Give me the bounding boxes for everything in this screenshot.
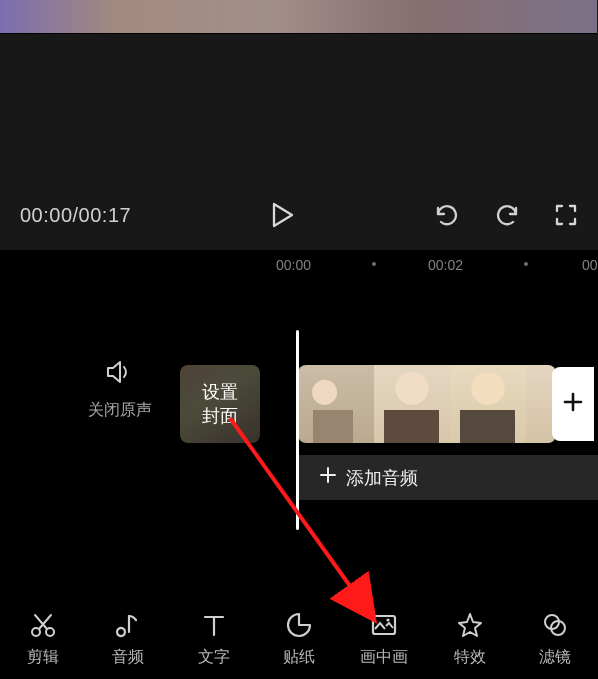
tool-label: 文字 <box>198 647 230 668</box>
cover-label: 设置 封面 <box>202 380 238 428</box>
video-preview[interactable]: 00:00/00:17 <box>0 0 598 250</box>
plus-icon <box>562 391 584 417</box>
time-ruler[interactable]: 00:00 00:02 00 <box>0 252 598 280</box>
tool-label: 音频 <box>112 647 144 668</box>
tool-edit[interactable]: 剪辑 <box>3 611 83 668</box>
ruler-tick: 00:00 <box>276 257 311 273</box>
tool-effects[interactable]: 特效 <box>430 611 510 668</box>
mute-original-audio-button[interactable]: 关闭原声 <box>88 360 152 421</box>
tool-label: 特效 <box>454 647 486 668</box>
tool-filter[interactable]: 滤镜 <box>515 611 595 668</box>
undo-icon[interactable] <box>434 204 460 226</box>
music-note-icon <box>114 611 142 639</box>
speaker-icon <box>106 370 134 387</box>
ruler-dot <box>372 262 376 266</box>
scissors-icon <box>29 611 57 639</box>
mute-label: 关闭原声 <box>88 400 152 421</box>
add-clip-button[interactable] <box>552 367 594 441</box>
video-clip-track[interactable] <box>298 365 556 443</box>
tool-audio[interactable]: 音频 <box>88 611 168 668</box>
sticker-icon <box>285 611 313 639</box>
add-audio-label: 添加音频 <box>346 466 418 490</box>
tool-sticker[interactable]: 贴纸 <box>259 611 339 668</box>
svg-point-3 <box>387 618 390 621</box>
bottom-toolbar: 剪辑 音频 文字 贴纸 <box>0 605 598 679</box>
clip-thumbnail[interactable] <box>450 365 526 443</box>
redo-icon[interactable] <box>494 204 520 226</box>
clip-thumbnail[interactable] <box>374 365 450 443</box>
clip-thumbnail[interactable] <box>298 365 374 443</box>
plus-icon <box>320 467 336 488</box>
playhead[interactable] <box>296 330 299 530</box>
ruler-dot <box>524 262 528 266</box>
play-icon[interactable] <box>272 202 294 228</box>
tool-label: 剪辑 <box>27 647 59 668</box>
tool-label: 画中画 <box>360 647 408 668</box>
tool-label: 贴纸 <box>283 647 315 668</box>
text-icon <box>200 611 228 639</box>
ruler-tick: 00:02 <box>428 257 463 273</box>
tool-label: 滤镜 <box>539 647 571 668</box>
fullscreen-icon[interactable] <box>554 203 578 227</box>
tool-text[interactable]: 文字 <box>174 611 254 668</box>
add-audio-track[interactable]: 添加音频 <box>298 455 598 500</box>
timeline[interactable]: 关闭原声 设置 封面 添加音频 <box>0 280 598 605</box>
picture-in-picture-icon <box>370 611 398 639</box>
effects-icon <box>456 611 484 639</box>
filter-icon <box>541 611 569 639</box>
ruler-tick: 00 <box>582 257 598 273</box>
preview-controls-bar: 00:00/00:17 <box>0 180 598 250</box>
tool-pip[interactable]: 画中画 <box>344 611 424 668</box>
playback-time: 00:00/00:17 <box>20 204 131 227</box>
video-frame <box>0 0 597 34</box>
set-cover-button[interactable]: 设置 封面 <box>180 365 260 443</box>
